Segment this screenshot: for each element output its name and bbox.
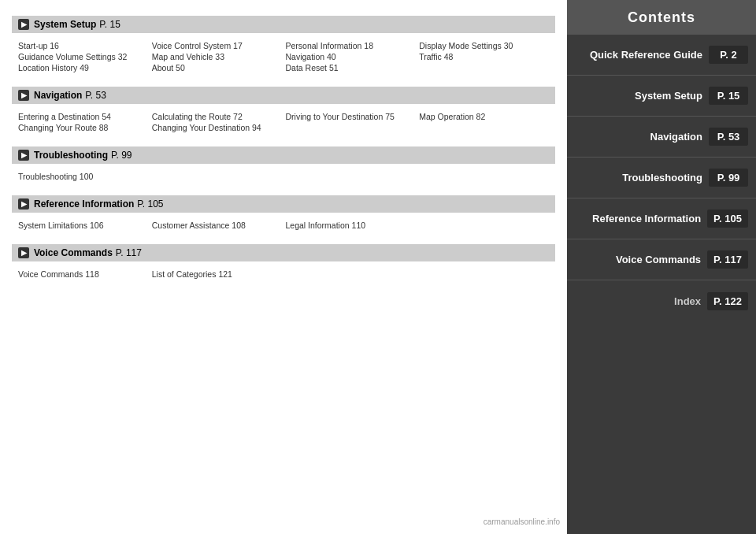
section-navigation: ▶Navigation P. 53Entering a Destination … (12, 87, 555, 140)
content-item: Customer Assistance 108 (152, 221, 282, 230)
sidebar: Contents Quick Reference GuideP. 2System… (567, 0, 756, 534)
section-page-reference-information: P. 105 (137, 198, 163, 210)
section-title-reference-information: Reference Information (34, 198, 134, 210)
content-item: Calculating the Route 72 (152, 112, 282, 121)
sidebar-item-4[interactable]: Reference InformationP. 105 (567, 198, 756, 239)
content-item: Navigation 40 (286, 52, 416, 61)
sidebar-index-label: Index (575, 295, 707, 307)
section-page-system-setup: P. 15 (99, 19, 120, 30)
sidebar-item-page: P. 117 (707, 250, 748, 269)
section-icon: ▶ (18, 90, 29, 101)
sidebar-index-page: P. 122 (707, 292, 748, 310)
content-item (419, 221, 549, 230)
main-content: ▶System Setup P. 15Start-up 16Voice Cont… (0, 0, 567, 534)
sidebar-item-3[interactable]: TroubleshootingP. 99 (567, 158, 756, 198)
content-item: About 50 (152, 63, 282, 72)
content-item: Entering a Destination 54 (18, 112, 148, 121)
content-item (419, 123, 549, 132)
sidebar-item-page: P. 105 (707, 210, 748, 228)
section-title-system-setup: System Setup (34, 19, 96, 30)
content-item: Driving to Your Destination 75 (286, 112, 416, 121)
content-item: Troubleshooting 100 (18, 172, 148, 181)
section-voice-commands: ▶Voice Commands P. 117Voice Commands 118… (12, 244, 555, 287)
sidebar-item-label: Troubleshooting (575, 172, 709, 184)
section-icon: ▶ (18, 198, 29, 210)
content-item (419, 172, 549, 181)
sidebar-item-2[interactable]: NavigationP. 53 (567, 117, 756, 158)
content-item (286, 269, 416, 279)
content-item: Legal Information 110 (286, 221, 416, 230)
sidebar-item-0[interactable]: Quick Reference GuideP. 2 (567, 35, 756, 76)
section-title-voice-commands: Voice Commands (34, 247, 113, 258)
content-item: Traffic 48 (419, 52, 549, 61)
content-item: Guidance Volume Settings 32 (18, 52, 148, 61)
section-content-navigation: Entering a Destination 54Calculating the… (12, 109, 555, 140)
sidebar-item-index[interactable]: IndexP. 122 (567, 280, 756, 321)
section-reference-information: ▶Reference Information P. 105System Limi… (12, 195, 555, 238)
section-header-troubleshooting: ▶Troubleshooting P. 99 (12, 146, 555, 164)
content-item (152, 172, 282, 181)
content-item: Voice Control System 17 (152, 41, 282, 50)
section-icon: ▶ (18, 19, 29, 30)
section-header-navigation: ▶Navigation P. 53 (12, 87, 555, 104)
section-page-troubleshooting: P. 99 (111, 150, 132, 161)
sidebar-item-page: P. 53 (709, 128, 748, 146)
section-icon: ▶ (18, 247, 29, 258)
section-header-voice-commands: ▶Voice Commands P. 117 (12, 244, 555, 261)
section-title-navigation: Navigation (34, 90, 82, 101)
sidebar-item-1[interactable]: System SetupP. 15 (567, 76, 756, 117)
section-header-reference-information: ▶Reference Information P. 105 (12, 195, 555, 213)
content-item: Changing Your Route 88 (18, 123, 148, 132)
content-item: System Limitations 106 (18, 221, 148, 230)
sidebar-item-label: Quick Reference Guide (575, 49, 709, 61)
content-item: Voice Commands 118 (18, 269, 148, 279)
content-item: List of Categories 121 (152, 269, 282, 279)
content-item: Personal Information 18 (286, 41, 416, 50)
content-item (286, 172, 416, 181)
section-content-reference-information: System Limitations 106Customer Assistanc… (12, 217, 555, 238)
sections-container: ▶System Setup P. 15Start-up 16Voice Cont… (12, 16, 555, 287)
sidebar-item-label: System Setup (575, 90, 709, 102)
content-item (419, 63, 549, 72)
section-page-voice-commands: P. 117 (116, 247, 142, 258)
content-item: Display Mode Settings 30 (419, 41, 549, 50)
sidebar-item-label: Navigation (575, 131, 709, 143)
section-content-voice-commands: Voice Commands 118List of Categories 121 (12, 266, 555, 287)
sidebar-item-page: P. 2 (709, 46, 748, 64)
sidebar-item-label: Reference Information (575, 213, 707, 224)
content-item: Location History 49 (18, 63, 148, 72)
section-system-setup: ▶System Setup P. 15Start-up 16Voice Cont… (12, 16, 555, 80)
section-icon: ▶ (18, 150, 29, 161)
content-item: Map Operation 82 (419, 112, 549, 121)
content-item (419, 269, 549, 279)
watermark: carmanualsonline.info (480, 516, 563, 528)
sidebar-item-label: Voice Commands (575, 254, 707, 265)
section-content-troubleshooting: Troubleshooting 100 (12, 169, 555, 189)
section-page-navigation: P. 53 (85, 90, 106, 101)
sidebar-item-page: P. 99 (709, 169, 748, 187)
sidebar-item-page: P. 15 (709, 87, 748, 105)
section-header-system-setup: ▶System Setup P. 15 (12, 16, 555, 33)
content-item: Changing Your Destination 94 (152, 123, 282, 132)
section-content-system-setup: Start-up 16Voice Control System 17Person… (12, 38, 555, 80)
section-title-troubleshooting: Troubleshooting (34, 150, 108, 161)
content-item: Map and Vehicle 33 (152, 52, 282, 61)
content-item: Data Reset 51 (286, 63, 416, 72)
content-item: Start-up 16 (18, 41, 148, 50)
section-troubleshooting: ▶Troubleshooting P. 99Troubleshooting 10… (12, 146, 555, 189)
sidebar-header: Contents (567, 0, 756, 35)
sidebar-items: Quick Reference GuideP. 2System SetupP. … (567, 35, 756, 321)
sidebar-item-5[interactable]: Voice CommandsP. 117 (567, 239, 756, 280)
content-item (286, 123, 416, 132)
